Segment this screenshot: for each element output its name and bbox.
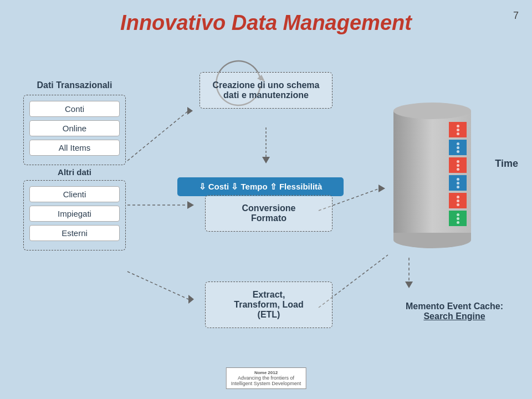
cylinder-body: [393, 111, 471, 233]
etl-content: Extract,Transform, Load(ETL): [205, 282, 332, 328]
list-item-impiegati: Impiegati: [29, 206, 120, 222]
creazione-box: Creazione di uno schema dati e manutenzi…: [183, 72, 310, 109]
svg-marker-12: [405, 282, 413, 288]
page-title: Innovativo Data Management: [0, 11, 532, 35]
section-altri-dati: Altri dati: [23, 167, 126, 177]
blue-block-2: [449, 175, 467, 191]
conversione-text: ConversioneFormato: [242, 203, 296, 223]
etl-box: Extract,Transform, Load(ETL): [186, 277, 313, 328]
list-item-esterni: Esterni: [29, 225, 120, 241]
red-block-3: [449, 193, 467, 208]
conversione-box: ConversioneFormato: [186, 188, 313, 232]
cylinder-bottom: [393, 232, 471, 248]
left-panel-title: Dati Transazionali: [23, 80, 126, 90]
list-item-all-items: All Items: [29, 140, 120, 156]
creazione-content: Creazione di uno schema dati e manutenzi…: [200, 72, 332, 109]
red-block: [449, 122, 467, 137]
blue-block: [449, 140, 467, 155]
database-panel: Time: [377, 103, 488, 248]
list-item-clienti: Clienti: [29, 186, 120, 202]
green-block: [449, 211, 467, 226]
list-item-conti: Conti: [29, 101, 120, 117]
time-label: Time: [495, 158, 518, 170]
db-cylinder: [393, 103, 471, 248]
memento-line1: Memento Event Cache:: [393, 301, 515, 311]
memento-line2: Search Engine: [393, 311, 515, 321]
svg-line-0: [127, 111, 188, 161]
blocks-column: [449, 122, 467, 226]
altri-dati-box: Clienti Impiegati Esterni: [23, 180, 126, 250]
list-item-online: Online: [29, 120, 120, 136]
logo-line3: Intelligent System Development: [231, 381, 301, 386]
red-block-2: [449, 157, 467, 173]
svg-line-4: [127, 272, 188, 299]
conversione-content: ConversioneFormato: [205, 195, 332, 232]
logo-line1: Nome 2012: [231, 370, 301, 375]
memento-section: Memento Event Cache: Search Engine: [393, 301, 515, 321]
logo-area: Nome 2012 Advancing the frontiers of Int…: [226, 367, 306, 389]
etl-text: Extract,Transform, Load(ETL): [234, 290, 303, 319]
cylinder-top: [393, 103, 471, 119]
creazione-text: Creazione di uno schema dati e manutenzi…: [213, 80, 320, 100]
logo-line2: Advancing the frontiers of: [231, 375, 301, 381]
logo-box: Nome 2012 Advancing the frontiers of Int…: [226, 367, 306, 389]
left-panel: Dati Transazionali Conti Online All Item…: [23, 80, 126, 250]
left-panel-box: Conti Online All Items: [23, 95, 126, 165]
